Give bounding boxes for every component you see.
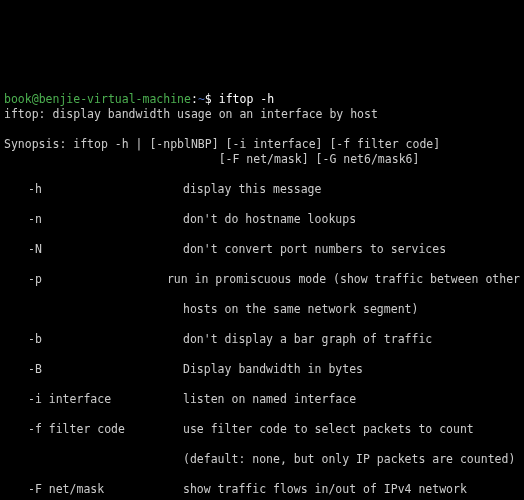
option-row: -F net/maskshow traffic flows in/out of … — [4, 482, 520, 497]
option-flag: -f filter code — [28, 422, 183, 437]
option-desc: display this message — [183, 182, 520, 197]
option-desc: use filter code to select packets to cou… — [183, 422, 520, 437]
option-desc-cont: (default: none, but only IP packets are … — [4, 452, 520, 467]
prompt-host: benjie-virtual-machine — [39, 92, 191, 106]
option-desc: show traffic flows in/out of IPv4 networ… — [183, 482, 520, 497]
option-flag: -F net/mask — [28, 482, 183, 497]
option-desc-cont: hosts on the same network segment) — [4, 302, 520, 317]
prompt-sep: $ — [205, 92, 219, 106]
option-desc: don't do hostname lookups — [183, 212, 520, 227]
synopsis-line-2: [-F net/mask] [-G net6/mask6] — [4, 152, 419, 166]
option-desc: don't display a bar graph of traffic — [183, 332, 520, 347]
option-desc: Display bandwidth in bytes — [183, 362, 520, 377]
option-row: -i interfacelisten on named interface — [4, 392, 520, 407]
prompt-at: @ — [32, 92, 39, 106]
option-flag: -i interface — [28, 392, 183, 407]
terminal-output: book@benjie-virtual-machine:~$ iftop -h … — [0, 75, 524, 500]
option-row: -BDisplay bandwidth in bytes — [4, 362, 520, 377]
prompt-path: ~ — [198, 92, 205, 106]
option-flag: -h — [28, 182, 183, 197]
option-flag: -p — [28, 272, 167, 287]
synopsis-line-1: Synopsis: iftop -h | [-npblNBP] [-i inte… — [4, 137, 440, 151]
prompt-colon: : — [191, 92, 198, 106]
option-row: -prun in promiscuous mode (show traffic … — [4, 272, 520, 287]
prompt-user: book — [4, 92, 32, 106]
option-row: -f filter codeuse filter code to select … — [4, 422, 520, 437]
option-flag: -N — [28, 242, 183, 257]
option-flag: -b — [28, 332, 183, 347]
option-flag: -n — [28, 212, 183, 227]
option-desc: listen on named interface — [183, 392, 520, 407]
option-row: -hdisplay this message — [4, 182, 520, 197]
help-title: iftop: display bandwidth usage on an int… — [4, 107, 378, 121]
option-row: -bdon't display a bar graph of traffic — [4, 332, 520, 347]
option-desc: don't convert port numbers to services — [183, 242, 520, 257]
option-row: -Ndon't convert port numbers to services — [4, 242, 520, 257]
prompt-line: book@benjie-virtual-machine:~$ iftop -h — [4, 92, 274, 106]
option-flag: -B — [28, 362, 183, 377]
prompt-command: iftop -h — [219, 92, 274, 106]
option-row: -ndon't do hostname lookups — [4, 212, 520, 227]
option-desc: run in promiscuous mode (show traffic be… — [167, 272, 520, 287]
